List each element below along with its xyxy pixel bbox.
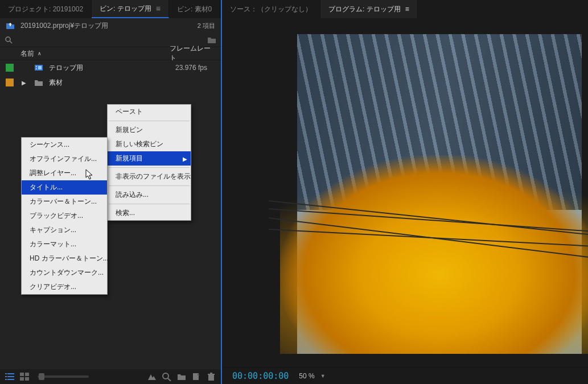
panel-menu-icon[interactable]: ≡ xyxy=(405,5,409,13)
find-icon[interactable] xyxy=(162,372,172,381)
ctx-color-bars-tone-label: カラーバー＆トーン... xyxy=(30,197,97,205)
ctx-clear-video-label: クリアビデオ... xyxy=(30,283,76,291)
ctx-title[interactable]: タイトル... xyxy=(22,180,107,195)
row-label: テロップ用 xyxy=(49,63,175,73)
svg-rect-12 xyxy=(20,373,24,376)
tab-bin-active[interactable]: ビン: テロップ用 ≡ xyxy=(92,0,169,18)
row-framerate: 23.976 fps xyxy=(175,64,221,72)
new-item-icon[interactable] xyxy=(191,372,202,381)
column-name-label: 名前 xyxy=(20,49,34,59)
program-monitor-panel: ソース：（クリップなし） プログラム: テロップ用 ≡ 00:0 xyxy=(222,0,588,384)
slider-thumb[interactable] xyxy=(39,373,44,380)
icon-view-icon[interactable] xyxy=(19,372,30,381)
ctx-new-bin[interactable]: 新規ビン xyxy=(108,123,191,137)
tab-bin-other-label: ビン: 素材0 xyxy=(177,5,212,14)
ctx-caption[interactable]: キャプション... xyxy=(22,223,107,237)
ctx-sequence[interactable]: シーケンス... xyxy=(22,138,107,152)
trash-icon[interactable] xyxy=(206,372,216,381)
svg-rect-9 xyxy=(7,376,14,377)
label-chip-orange[interactable] xyxy=(6,79,14,86)
ctx-sequence-label: シーケンス... xyxy=(30,141,69,148)
label-chip-green[interactable] xyxy=(6,64,14,72)
tab-bin-other[interactable]: ビン: 素材0 xyxy=(169,0,220,18)
tab-program[interactable]: プログラム: テロップ用 ≡ xyxy=(320,0,418,18)
menu-separator xyxy=(109,185,190,186)
svg-rect-21 xyxy=(210,373,212,374)
svg-rect-4 xyxy=(36,68,37,69)
ctx-new-search-bin[interactable]: 新しい検索ビン xyxy=(108,137,191,151)
svg-rect-5 xyxy=(38,66,42,69)
svg-rect-11 xyxy=(7,379,14,380)
ctx-paste-label: ペースト xyxy=(116,108,143,115)
program-footer: 00:00:00:00 50 % ▼ xyxy=(222,367,588,384)
timecode[interactable]: 00:00:00:00 xyxy=(232,371,289,381)
tab-source-label: ソース：（クリップなし） xyxy=(230,5,312,14)
svg-rect-7 xyxy=(7,373,14,374)
ctx-hd-color-bars-tone[interactable]: HD カラーバー＆トーン... xyxy=(22,251,107,266)
ctx-color-matte-label: カラーマット... xyxy=(30,240,76,248)
context-menu: ペースト 新規ビン 新しい検索ビン 新規項目 ▶ 非表示のファイルを表示 読み込… xyxy=(107,104,191,221)
folder-up-icon[interactable] xyxy=(6,22,15,30)
column-name-header[interactable]: 名前 ∧ xyxy=(20,49,170,59)
ctx-paste[interactable]: ペースト xyxy=(108,105,191,119)
svg-point-0 xyxy=(6,37,10,42)
ctx-hd-color-bars-tone-label: HD カラーバー＆トーン... xyxy=(30,254,109,262)
ctx-offline-file[interactable]: オフラインファイル... xyxy=(22,152,107,166)
ctx-search[interactable]: 検索... xyxy=(108,206,191,220)
row-expander[interactable]: ▶ xyxy=(19,80,28,86)
panel-bottom-toolbar xyxy=(0,369,221,384)
ctx-adjustment-layer-label: 調整レイヤー... xyxy=(30,169,76,177)
svg-rect-20 xyxy=(208,374,215,375)
video-preview xyxy=(297,34,582,354)
ctx-clear-video[interactable]: クリアビデオ... xyxy=(22,280,107,294)
menu-separator xyxy=(109,121,190,121)
breadcrumb: 20191002.prproj¥テロップ用 2 項目 xyxy=(0,18,221,33)
ctx-color-bars-tone[interactable]: カラーバー＆トーン... xyxy=(22,195,107,209)
row-label: 素材 xyxy=(49,78,175,88)
context-submenu-new-item: シーケンス... オフラインファイル... 調整レイヤー... タイトル... … xyxy=(21,137,108,295)
item-rows: テロップ用 23.976 fps ▶ 素材 xyxy=(0,60,221,90)
tab-source[interactable]: ソース：（クリップなし） xyxy=(222,0,320,18)
svg-line-1 xyxy=(10,41,12,43)
ctx-show-hidden[interactable]: 非表示のファイルを表示 xyxy=(108,170,191,184)
ctx-import-label: 読み込み... xyxy=(116,191,149,199)
ctx-countdown[interactable]: カウントダウンマーク... xyxy=(22,266,107,280)
svg-rect-10 xyxy=(5,379,7,380)
list-item[interactable]: テロップ用 23.976 fps xyxy=(0,60,221,75)
ctx-show-hidden-label: 非表示のファイルを表示 xyxy=(116,172,191,180)
panel-menu-icon[interactable]: ≡ xyxy=(156,4,161,13)
list-view-icon[interactable] xyxy=(5,372,15,381)
list-item[interactable]: ▶ 素材 xyxy=(0,75,221,90)
svg-rect-6 xyxy=(5,373,7,374)
automate-icon[interactable] xyxy=(147,372,157,381)
sequence-icon xyxy=(34,64,43,72)
tab-project-label: プロジェクト: 20191002 xyxy=(8,5,83,14)
ctx-countdown-label: カウントダウンマーク... xyxy=(30,269,104,276)
tab-program-label: プログラム: テロップ用 xyxy=(328,5,401,14)
ctx-search-label: 検索... xyxy=(116,209,135,217)
svg-rect-13 xyxy=(25,373,29,376)
ctx-black-video[interactable]: ブラックビデオ... xyxy=(22,209,107,223)
ctx-new-item-label: 新規項目 xyxy=(116,154,143,162)
thumbnail-size-slider[interactable] xyxy=(38,375,89,378)
ctx-adjustment-layer[interactable]: 調整レイヤー... xyxy=(22,166,107,180)
ctx-black-video-label: ブラックビデオ... xyxy=(30,212,83,220)
ctx-new-search-bin-label: 新しい検索ビン xyxy=(116,140,163,148)
ctx-new-bin-label: 新規ビン xyxy=(116,126,143,134)
column-framerate-label: フレームレート xyxy=(170,44,211,62)
ctx-color-matte[interactable]: カラーマット... xyxy=(22,237,107,251)
ctx-offline-file-label: オフラインファイル... xyxy=(30,155,97,163)
filter-bin-icon[interactable] xyxy=(207,36,216,44)
zoom-dropdown[interactable]: 50 % ▼ xyxy=(299,372,325,380)
ctx-import[interactable]: 読み込み... xyxy=(108,188,191,202)
item-count: 2 項目 xyxy=(198,22,215,30)
tab-project[interactable]: プロジェクト: 20191002 xyxy=(0,0,92,18)
ctx-caption-label: キャプション... xyxy=(30,226,76,234)
new-bin-icon[interactable] xyxy=(176,372,187,381)
column-headers: 名前 ∧ フレームレート xyxy=(0,47,221,60)
program-monitor-view[interactable] xyxy=(222,18,588,367)
svg-rect-3 xyxy=(36,66,37,67)
breadcrumb-path: 20191002.prproj¥テロップ用 xyxy=(20,21,198,31)
ctx-new-item[interactable]: 新規項目 ▶ xyxy=(108,151,191,166)
chevron-down-icon: ▼ xyxy=(320,373,326,379)
